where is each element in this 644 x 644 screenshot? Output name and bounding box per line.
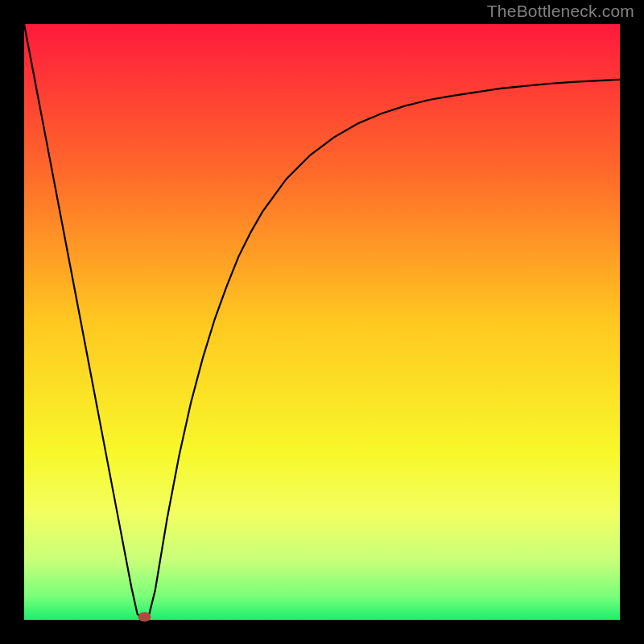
chart-container: TheBottleneck.com [0,0,644,644]
plot-background [24,24,620,620]
watermark-text: TheBottleneck.com [487,2,634,21]
bottleneck-chart [0,0,644,644]
optimum-marker [138,612,151,621]
